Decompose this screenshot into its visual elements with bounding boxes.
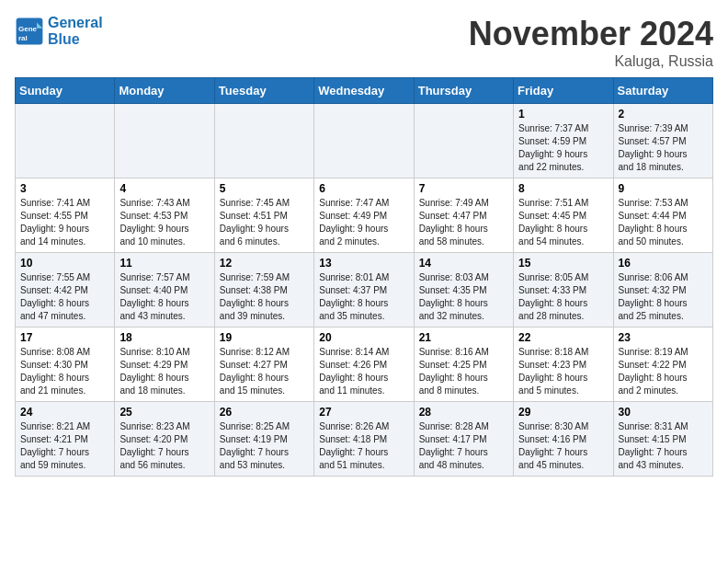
calendar-body: 1Sunrise: 7:37 AMSunset: 4:59 PMDaylight… (16, 104, 713, 477)
day-number: 30 (619, 406, 708, 419)
day-number: 19 (220, 331, 309, 344)
calendar-cell: 11Sunrise: 7:57 AMSunset: 4:40 PMDayligh… (115, 253, 214, 327)
weekday-header: Wednesday (314, 78, 414, 104)
day-info: Sunrise: 7:57 AMSunset: 4:40 PMDaylight:… (119, 271, 209, 323)
calendar-cell: 7Sunrise: 7:49 AMSunset: 4:47 PMDaylight… (414, 178, 513, 253)
day-number: 1 (518, 108, 608, 121)
day-number: 4 (119, 182, 209, 195)
day-info: Sunrise: 8:18 AMSunset: 4:23 PMDaylight:… (518, 346, 608, 397)
day-info: Sunrise: 7:45 AMSunset: 4:51 PMDaylight:… (220, 197, 309, 248)
day-number: 25 (119, 406, 209, 419)
day-info: Sunrise: 8:08 AMSunset: 4:30 PMDaylight:… (20, 346, 109, 397)
day-number: 3 (20, 182, 109, 195)
day-number: 27 (319, 406, 408, 419)
calendar-cell: 17Sunrise: 8:08 AMSunset: 4:30 PMDayligh… (16, 327, 115, 402)
calendar-cell: 4Sunrise: 7:43 AMSunset: 4:53 PMDaylight… (115, 178, 214, 253)
day-number: 26 (220, 406, 309, 419)
day-number: 6 (319, 182, 408, 195)
day-info: Sunrise: 7:59 AMSunset: 4:38 PMDaylight:… (220, 271, 309, 323)
calendar-header: SundayMondayTuesdayWednesdayThursdayFrid… (16, 78, 713, 104)
calendar-cell: 9Sunrise: 7:53 AMSunset: 4:44 PMDaylight… (613, 178, 712, 253)
day-info: Sunrise: 7:41 AMSunset: 4:55 PMDaylight:… (20, 197, 109, 248)
day-number: 23 (619, 331, 708, 344)
weekday-header: Friday (514, 78, 613, 104)
day-number: 8 (518, 182, 608, 195)
day-number: 2 (619, 108, 708, 121)
day-number: 17 (20, 331, 109, 344)
calendar-cell: 12Sunrise: 7:59 AMSunset: 4:38 PMDayligh… (214, 253, 313, 327)
calendar-cell (16, 104, 115, 178)
calendar-cell: 26Sunrise: 8:25 AMSunset: 4:19 PMDayligh… (214, 402, 313, 477)
day-number: 22 (518, 331, 608, 344)
calendar-cell: 28Sunrise: 8:28 AMSunset: 4:17 PMDayligh… (414, 402, 513, 477)
header: Gene ral General Blue November 2024 Kalu… (15, 15, 713, 70)
calendar-cell: 19Sunrise: 8:12 AMSunset: 4:27 PMDayligh… (214, 327, 313, 402)
svg-text:Gene: Gene (18, 25, 38, 33)
calendar-cell: 22Sunrise: 8:18 AMSunset: 4:23 PMDayligh… (514, 327, 613, 402)
day-number: 20 (319, 331, 408, 344)
day-number: 10 (20, 257, 109, 270)
title-block: November 2024 Kaluga, Russia (469, 15, 713, 70)
calendar-cell: 2Sunrise: 7:39 AMSunset: 4:57 PMDaylight… (613, 104, 712, 178)
day-number: 15 (518, 257, 608, 270)
calendar-cell: 13Sunrise: 8:01 AMSunset: 4:37 PMDayligh… (314, 253, 414, 327)
calendar-cell (414, 104, 513, 178)
calendar-cell: 8Sunrise: 7:51 AMSunset: 4:45 PMDaylight… (514, 178, 613, 253)
day-info: Sunrise: 7:49 AMSunset: 4:47 PMDaylight:… (419, 197, 508, 248)
day-number: 28 (419, 406, 508, 419)
day-info: Sunrise: 8:28 AMSunset: 4:17 PMDaylight:… (419, 420, 508, 472)
day-number: 29 (518, 406, 608, 419)
day-info: Sunrise: 8:03 AMSunset: 4:35 PMDaylight:… (419, 271, 508, 323)
calendar-cell: 10Sunrise: 7:55 AMSunset: 4:42 PMDayligh… (16, 253, 115, 327)
calendar-cell: 24Sunrise: 8:21 AMSunset: 4:21 PMDayligh… (16, 402, 115, 477)
day-info: Sunrise: 7:53 AMSunset: 4:44 PMDaylight:… (619, 197, 708, 248)
day-number: 5 (220, 182, 309, 195)
day-info: Sunrise: 8:31 AMSunset: 4:15 PMDaylight:… (619, 420, 708, 472)
day-info: Sunrise: 7:39 AMSunset: 4:57 PMDaylight:… (619, 122, 708, 174)
day-info: Sunrise: 7:47 AMSunset: 4:49 PMDaylight:… (319, 197, 408, 248)
svg-text:ral: ral (18, 33, 28, 41)
day-info: Sunrise: 8:26 AMSunset: 4:18 PMDaylight:… (319, 420, 408, 472)
calendar-cell (115, 104, 214, 178)
logo-icon: Gene ral (15, 17, 44, 46)
day-number: 11 (119, 257, 209, 270)
day-info: Sunrise: 7:55 AMSunset: 4:42 PMDaylight:… (20, 271, 109, 323)
day-info: Sunrise: 8:10 AMSunset: 4:29 PMDaylight:… (119, 346, 209, 397)
weekday-header: Saturday (613, 78, 712, 104)
calendar-week-row: 1Sunrise: 7:37 AMSunset: 4:59 PMDaylight… (16, 104, 713, 178)
calendar-cell: 25Sunrise: 8:23 AMSunset: 4:20 PMDayligh… (115, 402, 214, 477)
calendar-cell (214, 104, 313, 178)
day-number: 13 (319, 257, 408, 270)
calendar-cell: 6Sunrise: 7:47 AMSunset: 4:49 PMDaylight… (314, 178, 414, 253)
calendar-subtitle: Kaluga, Russia (469, 53, 713, 70)
day-info: Sunrise: 8:12 AMSunset: 4:27 PMDaylight:… (220, 346, 309, 397)
weekday-header: Monday (115, 78, 214, 104)
day-number: 7 (419, 182, 508, 195)
day-info: Sunrise: 8:16 AMSunset: 4:25 PMDaylight:… (419, 346, 508, 397)
day-info: Sunrise: 8:21 AMSunset: 4:21 PMDaylight:… (20, 420, 109, 472)
day-info: Sunrise: 8:25 AMSunset: 4:19 PMDaylight:… (220, 420, 309, 472)
calendar-cell: 5Sunrise: 7:45 AMSunset: 4:51 PMDaylight… (214, 178, 313, 253)
calendar-cell: 16Sunrise: 8:06 AMSunset: 4:32 PMDayligh… (613, 253, 712, 327)
day-number: 24 (20, 406, 109, 419)
calendar-cell: 30Sunrise: 8:31 AMSunset: 4:15 PMDayligh… (613, 402, 712, 477)
day-info: Sunrise: 8:30 AMSunset: 4:16 PMDaylight:… (518, 420, 608, 472)
calendar-cell: 20Sunrise: 8:14 AMSunset: 4:26 PMDayligh… (314, 327, 414, 402)
weekday-header: Sunday (16, 78, 115, 104)
day-number: 21 (419, 331, 508, 344)
day-info: Sunrise: 7:51 AMSunset: 4:45 PMDaylight:… (518, 197, 608, 248)
day-number: 9 (619, 182, 708, 195)
day-number: 12 (220, 257, 309, 270)
calendar-cell: 14Sunrise: 8:03 AMSunset: 4:35 PMDayligh… (414, 253, 513, 327)
weekday-header: Thursday (414, 78, 513, 104)
calendar-cell: 29Sunrise: 8:30 AMSunset: 4:16 PMDayligh… (514, 402, 613, 477)
calendar-cell: 3Sunrise: 7:41 AMSunset: 4:55 PMDaylight… (16, 178, 115, 253)
calendar-cell: 27Sunrise: 8:26 AMSunset: 4:18 PMDayligh… (314, 402, 414, 477)
calendar-week-row: 17Sunrise: 8:08 AMSunset: 4:30 PMDayligh… (16, 327, 713, 402)
day-info: Sunrise: 7:37 AMSunset: 4:59 PMDaylight:… (518, 122, 608, 174)
calendar-cell: 1Sunrise: 7:37 AMSunset: 4:59 PMDaylight… (514, 104, 613, 178)
day-info: Sunrise: 8:06 AMSunset: 4:32 PMDaylight:… (619, 271, 708, 323)
calendar-cell: 21Sunrise: 8:16 AMSunset: 4:25 PMDayligh… (414, 327, 513, 402)
logo-line1: General (48, 15, 103, 31)
calendar-week-row: 24Sunrise: 8:21 AMSunset: 4:21 PMDayligh… (16, 402, 713, 477)
